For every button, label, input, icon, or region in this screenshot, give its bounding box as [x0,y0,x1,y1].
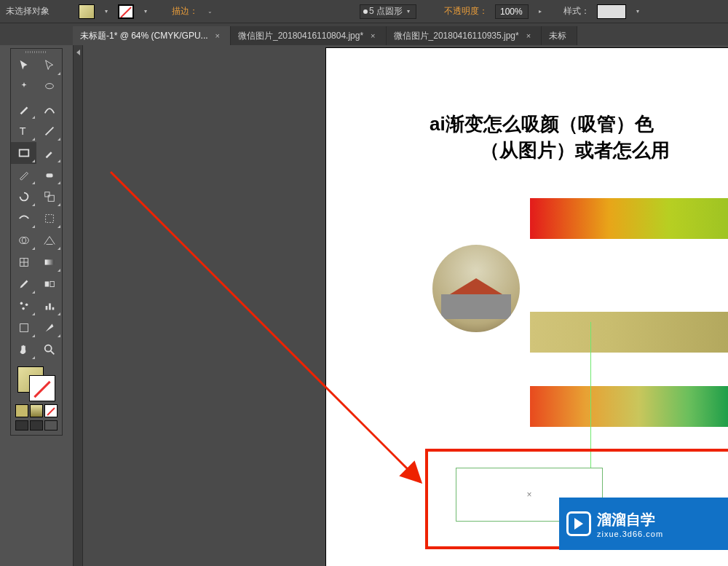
stroke-indicator[interactable] [29,375,55,401]
blend-tool[interactable] [36,273,62,295]
control-bar: 未选择对象 ▾ ▾ 描边： ⌄ 5 点圆形 ▾ 不透明度： 100% ▸ 样式：… [0,0,728,23]
free-transform-tool[interactable] [36,208,62,229]
no-selection-label: 未选择对象 [6,5,50,17]
line-tool[interactable] [36,120,62,142]
temple-illustration [450,278,502,294]
direct-selection-tool[interactable] [36,55,62,76]
svg-rect-4 [46,173,52,177]
document-tab[interactable]: 微信图片_20180416110935.jpg* × [387,26,542,45]
gradient-tool[interactable] [36,251,62,273]
pen-tool[interactable] [11,98,36,120]
svg-rect-7 [45,215,53,223]
stroke-profile-field[interactable]: 5 点圆形 ▾ [360,4,416,19]
screen-mode-full[interactable] [30,420,43,431]
gradient-bar-2 [530,312,728,353]
type-tool[interactable]: T [11,120,36,142]
chevron-left-icon [76,50,80,55]
color-mode-solid[interactable] [15,404,28,417]
document-tab[interactable]: 未标 [542,26,577,45]
tab-label: 未标 [549,30,566,42]
rectangle-tool[interactable] [11,142,36,164]
document-tab-strip: 未标题-1* @ 64% (CMYK/GPU... × 微信图片_2018041… [0,23,728,45]
tab-label: 微信图片_20180416110935.jpg* [394,30,519,42]
svg-rect-6 [48,195,54,201]
artboard-tool[interactable] [11,317,36,339]
color-mode-gradient[interactable] [30,404,43,417]
perspective-grid-tool[interactable] [36,229,62,251]
slice-tool[interactable] [36,317,62,339]
svg-line-2 [45,127,53,135]
chevron-down-icon[interactable]: ▾ [633,4,642,19]
eraser-tool[interactable] [36,164,62,186]
style-label: 样式： [563,5,590,17]
curvature-tool[interactable] [36,98,62,120]
chevron-down-icon[interactable]: ▸ [536,4,545,19]
stroke-profile-value: 5 点圆形 [369,5,403,17]
tab-label: 未标题-1* @ 64% (CMYK/GPU... [80,30,208,42]
title-line-1: ai渐变怎么吸颜（吸管）色 [430,111,721,137]
svg-rect-13 [44,259,54,264]
zoom-tool[interactable] [36,339,62,361]
hand-tool[interactable] [11,339,36,361]
svg-rect-20 [49,303,51,310]
width-tool[interactable] [11,208,36,229]
svg-rect-21 [52,307,54,310]
svg-point-17 [25,303,28,306]
temple-illustration [441,294,511,319]
magic-wand-tool[interactable] [11,76,36,98]
screen-mode-presentation[interactable] [44,420,58,431]
pencil-tool[interactable] [11,164,36,186]
selection-tool[interactable] [11,55,36,76]
rotate-tool[interactable] [11,186,36,208]
lasso-tool[interactable] [36,76,62,98]
color-mode-none[interactable] [44,404,58,417]
svg-rect-3 [19,150,28,157]
screen-mode-normal[interactable] [15,420,28,431]
close-icon[interactable]: × [371,31,375,40]
panel-grip[interactable] [11,49,62,55]
stroke-dropdown-icon[interactable]: ▾ [141,4,150,19]
opacity-field[interactable]: 100% [495,4,529,19]
mesh-tool[interactable] [11,251,36,273]
eyedropper-tool[interactable] [11,273,36,295]
title-line-2: （从图片）或者怎么用 [430,137,721,163]
chevron-down-icon[interactable]: ▾ [404,4,413,19]
graphic-style-swatch[interactable] [597,4,626,19]
document-tab[interactable]: 未标题-1* @ 64% (CMYK/GPU... × [73,26,231,45]
stroke-label: 描边： [172,5,198,17]
toolbox: T [10,48,63,436]
gradient-bar-1 [530,198,728,239]
paintbrush-tool[interactable] [36,142,62,164]
workspace: T [0,45,728,566]
svg-rect-22 [20,324,28,332]
fill-swatch[interactable] [79,4,95,19]
toolbox-column: T [0,45,73,566]
scale-tool[interactable] [36,186,62,208]
symbol-sprayer-tool[interactable] [11,295,36,317]
opacity-value: 100% [500,7,523,17]
opacity-label: 不透明度： [444,5,488,17]
svg-point-23 [44,345,51,352]
fill-dropdown-icon[interactable]: ▾ [102,4,111,19]
svg-text:T: T [19,125,25,137]
artwork-title: ai渐变怎么吸颜（吸管）色 （从图片）或者怎么用 [430,111,721,164]
shape-builder-tool[interactable] [11,229,36,251]
close-icon[interactable]: × [526,31,531,40]
stroke-weight-link-icon[interactable]: ⌄ [205,4,214,19]
fill-stroke-indicator[interactable] [17,366,55,401]
gradient-bar-3 [530,386,728,427]
close-icon[interactable]: × [215,31,220,40]
svg-point-16 [20,302,23,305]
svg-point-0 [45,84,53,89]
svg-line-24 [50,351,54,355]
sample-image-circle [432,245,520,332]
center-mark-icon: × [526,490,531,500]
svg-rect-19 [45,306,47,310]
watermark-brand: 溜溜自学 [597,510,663,530]
stroke-swatch[interactable] [118,4,134,19]
svg-rect-15 [50,281,53,286]
column-graph-tool[interactable] [36,295,62,317]
canvas[interactable]: ai渐变怎么吸颜（吸管）色 （从图片）或者怎么用 × W: 77 H: 27 [83,45,728,566]
panel-collapse-rail[interactable] [73,45,83,566]
document-tab[interactable]: 微信图片_20180416110804.jpg* × [231,26,387,45]
